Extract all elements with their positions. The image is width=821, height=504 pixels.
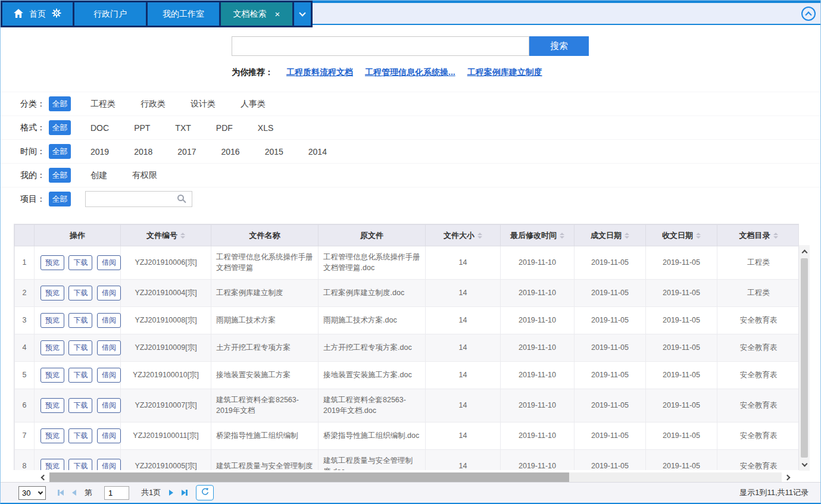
filter-option[interactable]: XLS bbox=[252, 121, 279, 135]
tab-admin-portal[interactable]: 行政门户 bbox=[74, 2, 146, 26]
horizontal-scroll-track[interactable] bbox=[49, 472, 782, 483]
tab-list-dropdown[interactable] bbox=[294, 2, 311, 26]
preview-button[interactable]: 预览 bbox=[40, 255, 64, 270]
filter-all-button[interactable]: 全部 bbox=[49, 168, 71, 183]
filter-option[interactable]: 创建 bbox=[85, 168, 113, 183]
search-input[interactable] bbox=[232, 36, 529, 56]
row-number: 7 bbox=[15, 422, 35, 450]
scroll-down-button[interactable] bbox=[803, 459, 807, 471]
filter-option[interactable]: 行政类 bbox=[135, 96, 171, 112]
scroll-right-button[interactable] bbox=[782, 471, 795, 483]
borrow-button[interactable]: 借阅 bbox=[97, 459, 121, 470]
col-created-date[interactable]: 成文日期 bbox=[575, 225, 646, 246]
preview-button[interactable]: 预览 bbox=[40, 428, 64, 443]
original-file-cell: 工程案例库建立制度.doc bbox=[319, 280, 426, 307]
borrow-button[interactable]: 借阅 bbox=[97, 313, 121, 328]
download-button[interactable]: 下载 bbox=[68, 428, 92, 443]
filter-all-button[interactable]: 全部 bbox=[49, 96, 71, 111]
preview-button[interactable]: 预览 bbox=[40, 368, 64, 383]
preview-button[interactable]: 预览 bbox=[40, 313, 64, 328]
filter-all-button[interactable]: 全部 bbox=[49, 120, 71, 135]
project-search-input[interactable] bbox=[85, 191, 192, 207]
filter-option[interactable]: 人事类 bbox=[235, 96, 271, 112]
tab-label: 我的工作室 bbox=[163, 9, 204, 20]
filter-option[interactable]: 2014 bbox=[303, 145, 332, 159]
recommend-link-3[interactable]: 工程案例库建立制度 bbox=[467, 67, 542, 78]
filter-option[interactable]: 2015 bbox=[260, 145, 289, 159]
col-received-date[interactable]: 收文日期 bbox=[646, 225, 717, 246]
borrow-button[interactable]: 借阅 bbox=[97, 340, 121, 355]
filter-option[interactable]: PPT bbox=[129, 121, 155, 135]
col-file-number[interactable]: 文件编号 bbox=[121, 225, 211, 246]
horizontal-scroll-thumb[interactable] bbox=[49, 472, 569, 483]
filter-option[interactable]: PDF bbox=[211, 121, 238, 135]
refresh-button[interactable] bbox=[196, 485, 214, 500]
gear-icon[interactable] bbox=[52, 8, 61, 20]
borrow-button[interactable]: 借阅 bbox=[97, 398, 121, 413]
tab-home[interactable]: 首页 bbox=[2, 2, 73, 26]
col-file-size[interactable]: 文件大小 bbox=[426, 225, 501, 246]
last-page-button[interactable] bbox=[182, 490, 188, 496]
sort-icon[interactable] bbox=[625, 233, 629, 239]
file-name-cell: 工程案例库建立制度 bbox=[211, 280, 319, 307]
sort-icon[interactable] bbox=[477, 233, 482, 239]
borrow-button[interactable]: 借阅 bbox=[97, 368, 121, 383]
filter-option[interactable]: 2019 bbox=[85, 145, 114, 159]
collapse-toolbar-button[interactable] bbox=[801, 7, 816, 21]
page-size-select[interactable]: 30 bbox=[18, 486, 46, 500]
vertical-scroll-thumb[interactable] bbox=[801, 258, 808, 458]
prev-page-button[interactable] bbox=[72, 490, 76, 496]
col-directory[interactable]: 文档目录 bbox=[717, 225, 800, 246]
filter-all-button[interactable]: 全部 bbox=[49, 192, 71, 206]
table-row: 1 预览 下载 借阅 YZJ201910006[宗] 工程管理信息化系统操作手册… bbox=[15, 246, 800, 280]
next-page-button[interactable] bbox=[169, 490, 173, 496]
filter-option[interactable]: 工程类 bbox=[85, 96, 121, 112]
search-button[interactable]: 搜索 bbox=[529, 36, 589, 56]
horizontal-scrollbar[interactable] bbox=[36, 471, 795, 483]
preview-button[interactable]: 预览 bbox=[40, 340, 64, 355]
sort-icon[interactable] bbox=[560, 233, 564, 239]
col-last-modified[interactable]: 最后修改时间 bbox=[501, 225, 575, 246]
download-button[interactable]: 下载 bbox=[68, 459, 92, 470]
sort-icon[interactable] bbox=[696, 233, 701, 239]
borrow-button[interactable]: 借阅 bbox=[97, 428, 121, 443]
preview-button[interactable]: 预览 bbox=[40, 286, 64, 300]
filter-option[interactable]: 2018 bbox=[129, 145, 158, 159]
vertical-scrollbar[interactable] bbox=[799, 245, 810, 471]
tab-doc-search[interactable]: 文档检索 × bbox=[221, 2, 292, 26]
filter-all-button[interactable]: 全部 bbox=[49, 144, 71, 159]
scroll-up-button[interactable] bbox=[803, 245, 807, 257]
current-page-input[interactable] bbox=[104, 486, 129, 500]
row-actions: 预览 下载 借阅 bbox=[35, 246, 121, 280]
download-button[interactable]: 下载 bbox=[68, 398, 92, 413]
preview-button[interactable]: 预览 bbox=[40, 459, 64, 470]
search-icon[interactable] bbox=[177, 195, 184, 201]
filter-option[interactable]: 2017 bbox=[172, 145, 201, 159]
download-button[interactable]: 下载 bbox=[68, 286, 92, 300]
filter-option[interactable]: 2016 bbox=[216, 145, 245, 159]
filter-label: 格式： bbox=[20, 123, 49, 133]
first-page-button[interactable] bbox=[58, 490, 64, 496]
filter-option[interactable]: TXT bbox=[170, 121, 196, 135]
filter-option[interactable]: DOC bbox=[85, 121, 114, 135]
scroll-left-button[interactable] bbox=[36, 471, 49, 483]
close-icon[interactable]: × bbox=[275, 10, 280, 18]
filter-option[interactable]: 设计类 bbox=[185, 96, 221, 112]
filter-option[interactable]: 有权限 bbox=[127, 168, 163, 183]
download-button[interactable]: 下载 bbox=[68, 255, 92, 270]
chevron-down-icon bbox=[801, 461, 807, 467]
sort-icon[interactable] bbox=[773, 233, 778, 239]
download-button[interactable]: 下载 bbox=[68, 340, 92, 355]
filter-label: 项目： bbox=[20, 194, 49, 205]
file-number-cell: YZJ201910006[宗] bbox=[121, 246, 211, 280]
sort-icon[interactable] bbox=[180, 233, 185, 239]
pagination-bar: 30 第 共1页 显示1到11,共11记录 bbox=[1, 482, 820, 503]
recommend-link-1[interactable]: 工程质料流程文档 bbox=[286, 67, 353, 78]
download-button[interactable]: 下载 bbox=[68, 313, 92, 328]
borrow-button[interactable]: 借阅 bbox=[97, 255, 121, 270]
preview-button[interactable]: 预览 bbox=[40, 398, 64, 413]
recommend-link-2[interactable]: 工程管理信息化系统操... bbox=[365, 67, 455, 78]
tab-my-studio[interactable]: 我的工作室 bbox=[148, 2, 219, 26]
borrow-button[interactable]: 借阅 bbox=[97, 286, 121, 300]
download-button[interactable]: 下载 bbox=[68, 368, 92, 383]
